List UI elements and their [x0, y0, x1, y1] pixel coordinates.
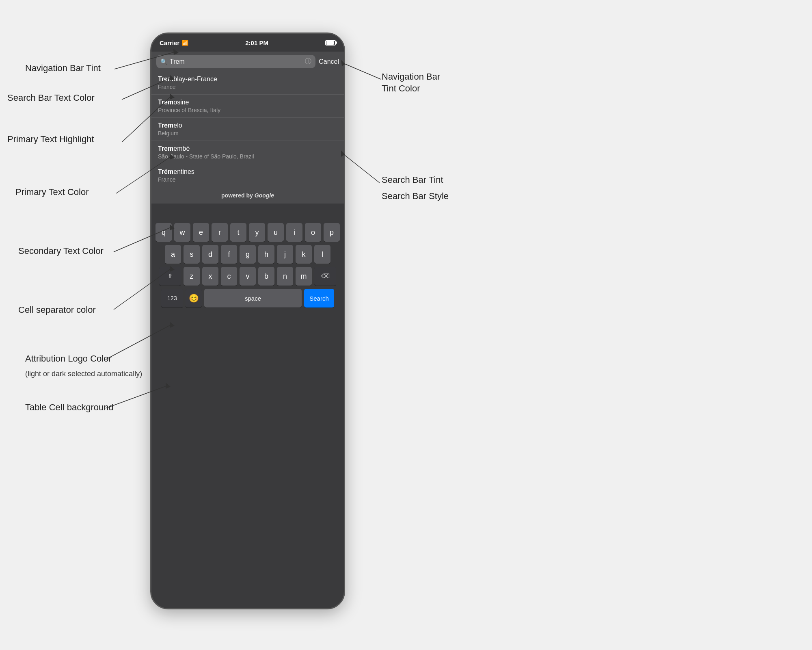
- annotation-cell-separator: Cell separator color: [18, 305, 96, 315]
- phone-frame: Carrier 📶 2:01 PM 🔍 Trem ⓘ Cancel: [150, 32, 345, 609]
- annotation-attribution-sub: (light or dark selected automatically): [25, 370, 142, 378]
- highlight-3: Trem: [158, 122, 173, 129]
- key-y[interactable]: y: [249, 223, 265, 242]
- key-g[interactable]: g: [240, 245, 256, 264]
- key-v[interactable]: v: [240, 267, 256, 286]
- status-time: 2:01 PM: [245, 39, 268, 46]
- result-secondary-3: Belgium: [158, 130, 337, 136]
- page-container: Carrier 📶 2:01 PM 🔍 Trem ⓘ Cancel: [0, 0, 812, 650]
- key-h[interactable]: h: [258, 245, 274, 264]
- key-z[interactable]: z: [184, 267, 200, 286]
- key-emoji[interactable]: 😊: [186, 289, 202, 308]
- battery-icon: [325, 40, 336, 46]
- search-text[interactable]: Trem: [170, 58, 302, 65]
- search-input-wrap[interactable]: 🔍 Trem ⓘ: [156, 55, 315, 68]
- google-attribution: powered by Google: [151, 187, 344, 204]
- result-item-2[interactable]: Tremosine Province of Brescia, Italy: [151, 95, 344, 118]
- result-secondary-2: Province of Brescia, Italy: [158, 107, 337, 113]
- key-shift[interactable]: ⇧: [159, 267, 181, 286]
- search-icon: 🔍: [160, 58, 167, 65]
- result-item-1[interactable]: Tremblay-en-France France: [151, 72, 344, 95]
- key-l[interactable]: l: [314, 245, 330, 264]
- key-f[interactable]: f: [221, 245, 237, 264]
- rest-5: entines: [173, 168, 194, 175]
- result-secondary-1: France: [158, 84, 337, 90]
- key-s[interactable]: s: [184, 245, 200, 264]
- google-brand: Google: [255, 192, 274, 199]
- result-item-3[interactable]: Tremelo Belgium: [151, 118, 344, 141]
- result-secondary-5: France: [158, 176, 337, 183]
- key-space[interactable]: space: [204, 289, 302, 308]
- rest-2: osine: [173, 99, 189, 106]
- result-primary-1: Tremblay-en-France: [158, 76, 337, 83]
- keyboard-row-2: a s d f g h j k l: [153, 245, 342, 264]
- result-primary-3: Tremelo: [158, 122, 337, 129]
- svg-line-16: [343, 63, 381, 79]
- key-t[interactable]: t: [230, 223, 246, 242]
- key-b[interactable]: b: [258, 267, 274, 286]
- key-j[interactable]: j: [277, 245, 293, 264]
- annotation-nav-tint-right: Navigation BarTint Color: [382, 71, 440, 94]
- keyboard: q w e r t y u i o p a s d f g h j k: [151, 220, 344, 311]
- key-a[interactable]: a: [165, 245, 181, 264]
- key-k[interactable]: k: [296, 245, 312, 264]
- table-cell-background: [151, 204, 344, 220]
- clear-button[interactable]: ⓘ: [305, 57, 311, 66]
- keyboard-row-3: ⇧ z x c v b n m ⌫: [153, 267, 342, 286]
- results-list: Tremblay-en-France France Tremosine Prov…: [151, 72, 344, 187]
- result-item-4[interactable]: Tremembé São Paulo - State of São Paulo,…: [151, 141, 344, 164]
- key-search[interactable]: Search: [304, 289, 334, 308]
- battery-fill: [326, 41, 334, 45]
- key-d[interactable]: d: [202, 245, 218, 264]
- key-c[interactable]: c: [221, 267, 237, 286]
- result-primary-5: Trémentines: [158, 168, 337, 176]
- key-o[interactable]: o: [305, 223, 321, 242]
- key-q[interactable]: q: [155, 223, 172, 242]
- annotations-svg: [0, 0, 812, 650]
- search-bar-area: 🔍 Trem ⓘ Cancel: [151, 52, 344, 72]
- rest-3: elo: [173, 122, 182, 129]
- key-delete[interactable]: ⌫: [314, 267, 336, 286]
- key-p[interactable]: p: [324, 223, 340, 242]
- rest-4: embé: [173, 145, 190, 152]
- highlight-1: Trem: [158, 76, 173, 82]
- cancel-button[interactable]: Cancel: [319, 58, 339, 65]
- annotation-search-bar-text: Search Bar Text Color: [7, 93, 95, 103]
- keyboard-row-1: q w e r t y u i o p: [153, 223, 342, 242]
- key-i[interactable]: i: [286, 223, 302, 242]
- keyboard-bottom-row: 123 😊 space Search: [153, 289, 342, 308]
- annotation-nav-bar-tint: Navigation Bar Tint: [25, 63, 101, 74]
- annotation-primary-text: Primary Text Color: [15, 187, 89, 197]
- status-right: [325, 40, 336, 46]
- result-item-5[interactable]: Trémentines France: [151, 164, 344, 187]
- annotation-secondary-text: Secondary Text Color: [18, 246, 104, 256]
- key-e[interactable]: e: [193, 223, 209, 242]
- wifi-icon: 📶: [182, 40, 188, 46]
- annotation-search-tint: Search Bar Tint: [382, 175, 443, 185]
- key-w[interactable]: w: [174, 223, 190, 242]
- key-x[interactable]: x: [202, 267, 218, 286]
- annotation-table-cell-bg: Table Cell background: [25, 402, 114, 413]
- carrier-label: Carrier: [160, 39, 179, 46]
- key-u[interactable]: u: [268, 223, 284, 242]
- highlight-2: Trem: [158, 99, 173, 106]
- highlight-5: Trém: [158, 168, 173, 175]
- key-numbers[interactable]: 123: [161, 289, 183, 308]
- svg-line-18: [343, 154, 380, 183]
- highlight-4: Trem: [158, 145, 173, 152]
- annotation-search-style: Search Bar Style: [382, 191, 449, 202]
- annotation-attribution-logo: Attribution Logo Color: [25, 353, 112, 364]
- key-m[interactable]: m: [296, 267, 312, 286]
- attribution-text: powered by: [221, 192, 255, 199]
- status-bar: Carrier 📶 2:01 PM: [151, 34, 344, 52]
- result-primary-2: Tremosine: [158, 99, 337, 106]
- annotation-primary-highlight: Primary Text Highlight: [7, 134, 94, 145]
- key-r[interactable]: r: [212, 223, 228, 242]
- result-secondary-4: São Paulo - State of São Paulo, Brazil: [158, 153, 337, 160]
- key-n[interactable]: n: [277, 267, 293, 286]
- rest-1: blay-en-France: [173, 76, 217, 82]
- result-primary-4: Tremembé: [158, 145, 337, 152]
- status-left: Carrier 📶: [160, 39, 188, 46]
